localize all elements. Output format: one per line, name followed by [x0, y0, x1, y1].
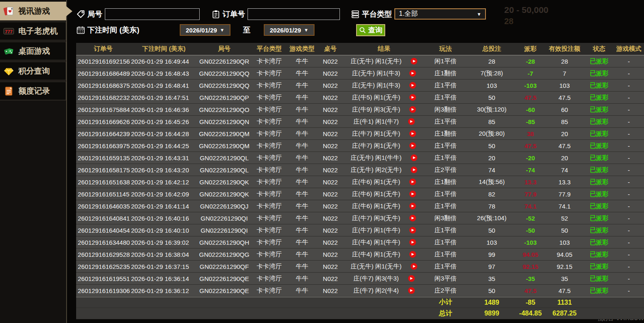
slot-777-icon: 777 [3, 25, 15, 37]
cell-platform: 卡卡湾厅 [251, 224, 287, 236]
cell-bet-option: 庄2平倍 [424, 285, 467, 296]
result-text: 庄(牛9) 闲3(无牛) [352, 106, 400, 114]
cell-order-no: 260129161625235 [76, 261, 130, 272]
cell-status: 已派彩 [585, 236, 614, 248]
cell-game-type: 牛牛 [287, 80, 317, 91]
sidebar-item-points-query[interactable]: 积分查询 [0, 62, 66, 80]
play-video-icon[interactable]: ▶ [409, 239, 416, 246]
play-video-icon[interactable]: ▶ [409, 130, 416, 137]
cell-platform: 卡卡湾厅 [251, 67, 287, 79]
cell-bet-option: 庄1平倍 [424, 80, 467, 91]
cell-platform: 卡卡湾厅 [251, 285, 287, 296]
cell-valid-bet: 7 [545, 67, 585, 79]
play-video-icon[interactable]: ▶ [409, 179, 416, 185]
play-video-icon[interactable]: ▶ [409, 227, 416, 234]
header-bet-option: 玩法 [424, 43, 467, 55]
cell-game-type: 牛牛 [287, 104, 317, 115]
grand-total-total-bet: 9899 [467, 308, 516, 319]
result-text: 庄(牛7) 闲3(牛3) [353, 275, 399, 283]
grand-total-valid-bet: 6287.25 [545, 308, 585, 319]
cell-platform: 卡卡湾厅 [251, 188, 287, 200]
date-from-picker[interactable]: 2026/01/29 ▼ [180, 24, 230, 36]
cell-status: 已派彩 [585, 200, 614, 212]
play-video-icon[interactable]: ▶ [411, 263, 417, 270]
order-no-input[interactable] [248, 8, 340, 20]
cell-game-mode: - [614, 116, 644, 127]
sidebar-item-label: 积分查询 [18, 66, 50, 77]
cell-order-no: 260129161675884 [76, 104, 130, 115]
sidebar: 9 视讯游戏 777 电子老虎机 [0, 0, 67, 323]
cell-payout: 77.9 [516, 188, 545, 200]
playing-cards-icon: 9 [3, 5, 15, 17]
cell-game-mode: - [614, 236, 644, 248]
platform-list-icon [351, 10, 360, 19]
cell-valid-bet: 50 [545, 224, 585, 236]
cell-payout: 47.5 [516, 285, 545, 296]
result-text: 庄(无牛) 闲1(牛牛) [351, 154, 402, 162]
cell-round-no: GN022261290QI [198, 212, 251, 224]
grand-total-row: 总计 9899 -484.85 6287.25 [76, 308, 644, 319]
play-video-icon[interactable]: ▶ [409, 70, 416, 77]
sidebar-item-table-games[interactable]: 桌面游戏 [0, 42, 66, 60]
cell-table-no: N022 [317, 212, 344, 224]
round-no-input[interactable] [105, 8, 200, 20]
platform-type-select[interactable]: 1.全部 ▼ [394, 8, 486, 20]
cell-status: 已派彩 [585, 273, 614, 284]
date-to-picker[interactable]: 2026/01/29 ▼ [264, 24, 315, 36]
table-row: 2601291616639752026-01-29 16:44:25GN0222… [76, 140, 644, 152]
cell-payout: -20 [516, 152, 545, 164]
cell-total-bet: 97 [467, 261, 516, 272]
search-button[interactable]: 查询 [356, 24, 385, 36]
chevron-down-icon: ▼ [304, 27, 309, 32]
play-video-icon[interactable]: ▶ [408, 118, 415, 125]
sidebar-item-slots[interactable]: 777 电子老虎机 [0, 22, 66, 40]
cell-game-mode: - [614, 128, 644, 139]
play-video-icon[interactable]: ▶ [408, 287, 415, 294]
filter-bar: 局号 订单号 [76, 0, 644, 42]
sidebar-item-quota-records[interactable]: 额度记录 [0, 82, 66, 100]
cell-bet-option: 庄1平倍 [424, 200, 467, 212]
cell-total-bet: 50 [467, 285, 516, 296]
cell-bet-option: 庄2平倍 [424, 164, 467, 176]
play-video-icon[interactable]: ▶ [409, 142, 416, 149]
play-video-icon[interactable]: ▶ [411, 166, 417, 173]
table-row: 2601291616822322026-01-29 16:47:51GN0222… [76, 92, 644, 104]
play-video-icon[interactable]: ▶ [409, 94, 416, 101]
cell-game-mode: - [614, 176, 644, 188]
play-video-icon[interactable]: ▶ [411, 154, 417, 161]
grand-total-label: 总计 [424, 308, 467, 319]
cell-payout: 38 [516, 128, 545, 139]
play-video-icon[interactable]: ▶ [409, 251, 416, 258]
play-video-icon[interactable]: ▶ [409, 106, 416, 113]
cell-platform: 卡卡湾厅 [251, 261, 287, 272]
cell-table-no: N022 [317, 116, 344, 127]
play-video-icon[interactable]: ▶ [409, 82, 416, 89]
cell-valid-bet: 47.5 [545, 140, 585, 152]
cell-game-type: 牛牛 [287, 236, 317, 248]
result-text: 庄(无牛) 闲1(无牛) [351, 57, 402, 65]
cell-game-type: 牛牛 [287, 116, 317, 127]
cell-total-bet: 85 [467, 116, 516, 127]
sidebar-item-live-games[interactable]: 9 视讯游戏 [0, 2, 66, 20]
cell-table-no: N022 [317, 92, 344, 103]
cell-payout: -103 [516, 80, 545, 91]
cell-game-type: 牛牛 [287, 67, 317, 79]
bet-records-table: 订单号 下注时间 (美东) 局号 平台类型 游戏类型 桌号 结果 玩法 总投注 … [76, 43, 644, 319]
play-video-icon[interactable]: ▶ [409, 203, 416, 209]
cell-status: 已派彩 [585, 261, 614, 272]
play-video-icon[interactable]: ▶ [409, 215, 416, 221]
cell-payout: -85 [516, 116, 545, 127]
play-video-icon[interactable]: ▶ [409, 191, 416, 197]
result-text: 庄(牛1) 闲1(牛7) [353, 118, 399, 126]
order-no-label: 订单号 [223, 9, 245, 19]
cell-game-type: 牛牛 [287, 92, 317, 103]
cell-result: 庄(牛6) 闲1(无牛)▶ [344, 200, 424, 212]
search-icon [359, 27, 366, 34]
play-video-icon[interactable]: ▶ [411, 58, 417, 65]
cell-order-no: 260129161682232 [76, 92, 130, 103]
cell-status: 已派彩 [585, 128, 614, 139]
cell-bet-option: 庄1翻倍 [424, 67, 467, 79]
play-video-icon[interactable]: ▶ [408, 275, 415, 282]
cell-payout: -103 [516, 236, 545, 248]
cell-valid-bet: 13.3 [545, 176, 585, 188]
